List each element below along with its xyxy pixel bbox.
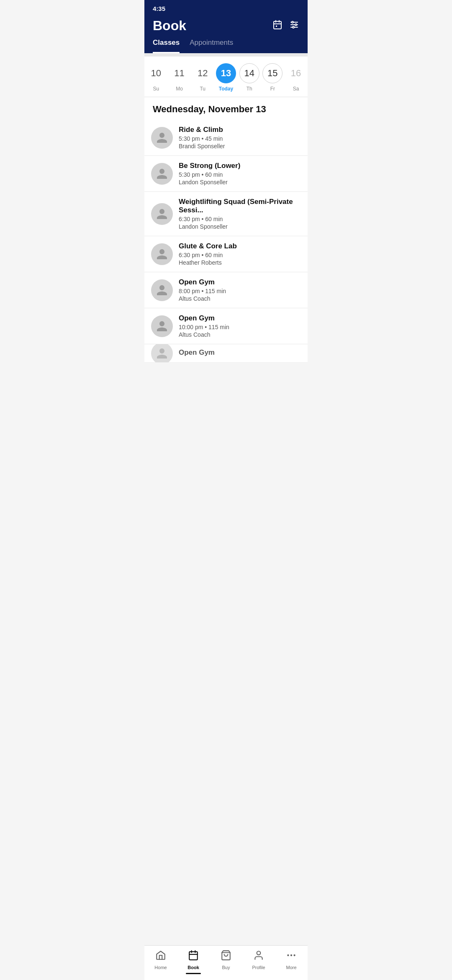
list-item[interactable]: Be Strong (Lower) 5:30 pm • 60 min Lando…	[144, 156, 308, 192]
date-day-13: Today	[219, 86, 233, 92]
class-info: Open Gym	[179, 348, 301, 358]
class-time: 8:00 pm • 115 min	[179, 288, 301, 294]
date-num-12: 12	[193, 63, 213, 83]
class-name: Be Strong (Lower)	[179, 162, 301, 170]
date-day-10: Su	[153, 86, 159, 92]
date-day-15: Fr	[270, 86, 275, 92]
avatar	[151, 243, 173, 265]
svg-point-10	[293, 26, 294, 28]
list-item[interactable]: Ride & Climb 5:30 pm • 45 min Brandi Spo…	[144, 120, 308, 156]
class-info: Glute & Core Lab 6:30 pm • 60 min Heathe…	[179, 242, 301, 266]
svg-point-8	[292, 21, 293, 23]
class-time: 6:30 pm • 60 min	[179, 252, 301, 258]
class-time: 5:30 pm • 60 min	[179, 171, 301, 178]
date-num-16: 16	[286, 63, 306, 83]
class-name: Open Gym	[179, 278, 301, 286]
date-num-15: 15	[262, 63, 282, 83]
date-item-13[interactable]: 13 Today	[215, 63, 237, 92]
svg-rect-4	[276, 26, 277, 27]
filter-icon[interactable]	[289, 20, 299, 32]
bottom-spacer	[144, 363, 308, 400]
class-info: Ride & Climb 5:30 pm • 45 min Brandi Spo…	[179, 126, 301, 150]
date-day-16: Sa	[293, 86, 299, 92]
list-item[interactable]: Open Gym	[144, 344, 308, 363]
date-item-14[interactable]: 14 Th	[239, 63, 260, 92]
date-item-11[interactable]: 11 Mo	[169, 63, 190, 92]
svg-rect-0	[274, 21, 281, 29]
avatar	[151, 163, 173, 185]
class-instructor: Landon Sponseller	[179, 223, 301, 230]
status-time: 4:35	[153, 5, 165, 12]
class-instructor: Brandi Sponseller	[179, 143, 301, 150]
date-num-10: 10	[146, 63, 166, 83]
date-num-14: 14	[239, 63, 259, 83]
date-item-15[interactable]: 15 Fr	[262, 63, 283, 92]
class-time: 6:30 pm • 60 min	[179, 216, 301, 222]
date-item-12[interactable]: 12 Tu	[192, 63, 213, 92]
date-item-16[interactable]: 16 Sa	[285, 63, 307, 92]
list-item[interactable]: Glute & Core Lab 6:30 pm • 60 min Heathe…	[144, 236, 308, 272]
class-instructor: Altus Coach	[179, 331, 301, 338]
class-info: Open Gym 10:00 pm • 115 min Altus Coach	[179, 314, 301, 338]
list-item[interactable]: Open Gym 8:00 pm • 115 min Altus Coach	[144, 272, 308, 308]
class-info: Be Strong (Lower) 5:30 pm • 60 min Lando…	[179, 162, 301, 186]
date-day-11: Mo	[176, 86, 183, 92]
class-name: Glute & Core Lab	[179, 242, 301, 250]
date-item-10[interactable]: 10 Su	[145, 63, 167, 92]
tab-appointments[interactable]: Appointments	[190, 39, 233, 53]
avatar	[151, 344, 173, 363]
class-info: Weightlifting Squad (Semi-Private Sessi.…	[179, 198, 301, 230]
date-num-13: 13	[216, 63, 236, 83]
page-title: Book	[153, 18, 186, 34]
date-day-14: Th	[247, 86, 252, 92]
class-time: 5:30 pm • 45 min	[179, 135, 301, 142]
list-item[interactable]: Weightlifting Squad (Semi-Private Sessi.…	[144, 192, 308, 236]
date-day-12: Tu	[200, 86, 205, 92]
avatar	[151, 315, 173, 337]
header-icons	[272, 20, 299, 32]
date-selector: 10 Su 11 Mo 12 Tu 13 Today 14 Th 15 Fr 1…	[144, 57, 308, 97]
date-num-11: 11	[170, 63, 190, 83]
class-info: Open Gym 8:00 pm • 115 min Altus Coach	[179, 278, 301, 302]
class-instructor: Altus Coach	[179, 295, 301, 302]
class-name: Open Gym	[179, 348, 301, 357]
avatar	[151, 279, 173, 301]
class-name: Weightlifting Squad (Semi-Private Sessi.…	[179, 198, 301, 214]
svg-point-9	[295, 24, 297, 26]
status-bar: 4:35	[144, 0, 308, 15]
avatar	[151, 203, 173, 225]
header-divider	[144, 53, 308, 57]
tab-classes[interactable]: Classes	[153, 39, 180, 53]
class-name: Ride & Climb	[179, 126, 301, 134]
class-time: 10:00 pm • 115 min	[179, 324, 301, 330]
list-item[interactable]: Open Gym 10:00 pm • 115 min Altus Coach	[144, 308, 308, 344]
tab-bar: Classes Appointments	[144, 34, 308, 53]
avatar	[151, 127, 173, 149]
day-title: Wednesday, November 13	[144, 97, 308, 120]
class-instructor: Landon Sponseller	[179, 179, 301, 186]
class-instructor: Heather Roberts	[179, 259, 301, 266]
class-name: Open Gym	[179, 314, 301, 322]
header: Book	[144, 15, 308, 34]
class-list: Ride & Climb 5:30 pm • 45 min Brandi Spo…	[144, 120, 308, 363]
calendar-icon[interactable]	[272, 20, 282, 32]
